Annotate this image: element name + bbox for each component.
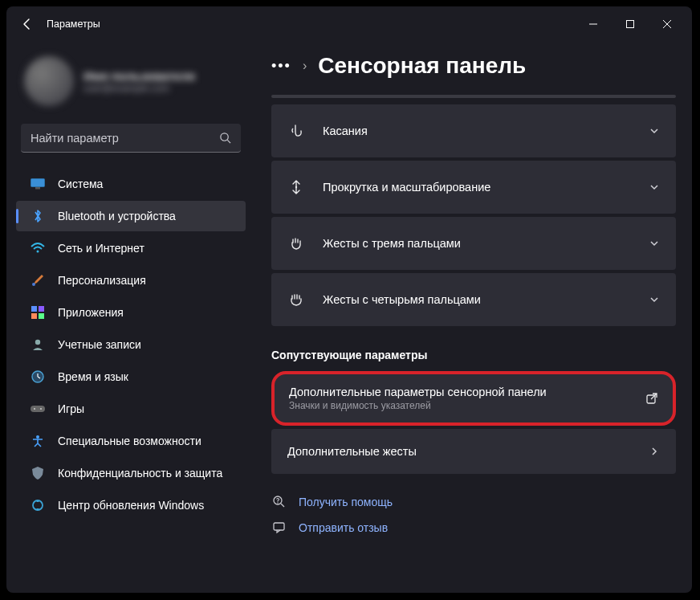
hand-four-icon: [287, 292, 305, 307]
sidebar-item-label: Центр обновления Windows: [58, 499, 204, 512]
search-box[interactable]: [21, 124, 241, 153]
brush-icon: [31, 273, 45, 288]
maximize-button[interactable]: [612, 11, 649, 37]
settings-window: Параметры Имя пользователя user@example.…: [6, 6, 692, 593]
profile-block[interactable]: Имя пользователя user@example.com: [16, 50, 246, 120]
avatar: [24, 56, 74, 106]
option-touches[interactable]: Касания: [271, 104, 676, 157]
sidebar-item-label: Персонализация: [58, 274, 146, 287]
svg-point-22: [277, 502, 278, 503]
sidebar-item-label: Учетные записи: [58, 338, 141, 351]
open-external-icon: [645, 392, 658, 405]
content-area: ••• › Сенсорная панель Касания Прокрутка…: [255, 42, 692, 593]
get-help-link[interactable]: Получить помощь: [271, 495, 676, 509]
option-three-finger-gestures[interactable]: Жесты с тремя пальцами: [271, 217, 676, 270]
sidebar-item-apps[interactable]: Приложения: [16, 297, 246, 328]
svg-point-7: [32, 283, 35, 286]
sidebar-item-label: Конфиденциальность и защита: [58, 467, 222, 480]
related-heading: Сопутствующие параметры: [271, 349, 676, 361]
svg-rect-11: [39, 313, 44, 319]
chevron-right-icon: [649, 446, 660, 457]
profile-name: Имя пользователя: [83, 69, 195, 83]
option-label: Жесты с тремя пальцами: [323, 237, 649, 250]
profile-email: user@example.com: [83, 83, 195, 94]
update-icon: [31, 498, 45, 512]
help-label: Отправить отзыв: [299, 521, 388, 534]
related-title: Дополнительные параметры сенсорной панел…: [289, 386, 645, 398]
help-icon: [271, 495, 287, 509]
sidebar-item-label: Система: [58, 178, 103, 190]
svg-rect-24: [274, 523, 284, 530]
svg-rect-9: [39, 306, 44, 312]
scroll-icon: [287, 179, 305, 195]
bluetooth-icon: [31, 209, 45, 223]
chevron-down-icon: [649, 294, 660, 305]
sidebar-item-time-language[interactable]: Время и язык: [16, 361, 246, 392]
sidebar-item-windows-update[interactable]: Центр обновления Windows: [16, 490, 246, 520]
chevron-down-icon: [649, 182, 660, 193]
page-title: Сенсорная панель: [318, 53, 526, 79]
breadcrumb: ••• › Сенсорная панель: [271, 53, 676, 79]
back-button[interactable]: [16, 13, 39, 35]
svg-point-16: [40, 408, 42, 410]
nav-list: Система Bluetooth и устройства Сеть и Ин…: [16, 169, 246, 520]
svg-rect-4: [31, 179, 45, 187]
related-more-gestures[interactable]: Дополнительные жесты: [271, 429, 676, 474]
option-label: Жесты с четырьмя пальцами: [323, 293, 649, 306]
svg-point-12: [35, 340, 40, 345]
svg-rect-5: [35, 187, 40, 190]
sidebar-item-bluetooth-devices[interactable]: Bluetooth и устройства: [16, 201, 246, 231]
sidebar-item-label: Приложения: [58, 306, 124, 319]
touch-icon: [287, 124, 305, 138]
close-button[interactable]: [649, 11, 686, 37]
hand-three-icon: [287, 236, 305, 251]
sidebar-item-label: Время и язык: [58, 370, 128, 383]
sidebar-item-accessibility[interactable]: Специальные возможности: [16, 426, 246, 456]
sidebar-item-network[interactable]: Сеть и Интернет: [16, 233, 246, 263]
search-icon: [219, 132, 231, 144]
minimize-button[interactable]: [575, 11, 612, 37]
help-links: Получить помощь Отправить отзыв: [271, 495, 676, 535]
svg-point-19: [295, 186, 297, 188]
svg-line-23: [281, 504, 284, 507]
send-feedback-link[interactable]: Отправить отзыв: [271, 520, 676, 535]
sidebar-item-gaming[interactable]: Игры: [16, 394, 246, 424]
svg-rect-8: [31, 306, 37, 312]
option-label: Касания: [323, 124, 649, 137]
feedback-icon: [271, 520, 287, 535]
svg-line-3: [227, 140, 230, 143]
option-four-finger-gestures[interactable]: Жесты с четырьмя пальцами: [271, 273, 676, 326]
apps-icon: [31, 305, 45, 320]
sidebar: Имя пользователя user@example.com Систем…: [6, 42, 255, 593]
related-title: Дополнительные жесты: [287, 445, 649, 458]
wifi-icon: [31, 241, 45, 255]
titlebar: Параметры: [6, 6, 692, 42]
sidebar-item-personalization[interactable]: Персонализация: [16, 265, 246, 296]
sidebar-item-label: Игры: [58, 402, 84, 415]
shield-icon: [31, 466, 45, 480]
sidebar-item-privacy[interactable]: Конфиденциальность и защита: [16, 458, 246, 488]
help-label: Получить помощь: [299, 496, 393, 508]
sidebar-item-label: Bluetooth и устройства: [58, 210, 176, 222]
clock-globe-icon: [31, 369, 45, 384]
search-input[interactable]: [31, 132, 219, 145]
sidebar-item-label: Специальные возможности: [58, 435, 201, 447]
sidebar-item-label: Сеть и Интернет: [58, 242, 144, 255]
related-subtitle: Значки и видимость указателей: [289, 400, 645, 411]
svg-rect-10: [31, 313, 37, 319]
monitor-icon: [31, 177, 45, 191]
option-label: Прокрутка и масштабирование: [323, 181, 649, 194]
accessibility-icon: [31, 434, 45, 448]
svg-rect-1: [627, 21, 634, 28]
sidebar-item-accounts[interactable]: Учетные записи: [16, 329, 246, 360]
gamepad-icon: [31, 402, 45, 416]
breadcrumb-more-button[interactable]: •••: [271, 58, 291, 75]
svg-point-6: [37, 251, 39, 253]
related-more-touchpad-settings[interactable]: Дополнительные параметры сенсорной панел…: [271, 371, 676, 426]
svg-point-15: [34, 408, 35, 410]
option-scroll-zoom[interactable]: Прокрутка и масштабирование: [271, 161, 676, 214]
chevron-down-icon: [649, 125, 660, 137]
chevron-down-icon: [649, 238, 660, 249]
window-title: Параметры: [47, 18, 100, 30]
sidebar-item-system[interactable]: Система: [16, 169, 246, 199]
